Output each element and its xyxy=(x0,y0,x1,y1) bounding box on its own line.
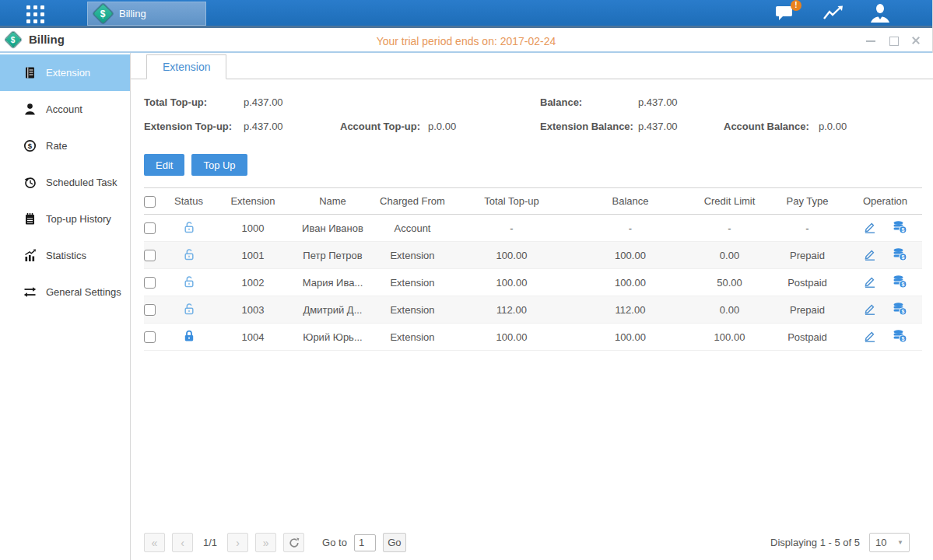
cell-operation: $ xyxy=(848,242,922,269)
cell-credit-limit: 0.00 xyxy=(693,242,766,269)
minimize-icon[interactable] xyxy=(865,35,876,46)
cell-operation: $ xyxy=(848,296,922,324)
sidebar-item-extension[interactable]: Extension xyxy=(0,54,130,91)
top-up-extension-icon[interactable]: $ xyxy=(893,247,907,264)
top-up-extension-icon[interactable]: $ xyxy=(893,329,907,345)
col-operation: Operation xyxy=(848,188,922,215)
pagination-bar: « ‹ 1/1 › » Go to Go Displaying 1 - 5 of… xyxy=(144,533,910,552)
first-page-button[interactable]: « xyxy=(144,533,165,552)
notifications-icon[interactable]: ! xyxy=(773,2,800,24)
sidebar-item-topup-history[interactable]: Top-up History xyxy=(0,201,130,237)
col-name: Name xyxy=(296,188,370,215)
edit-extension-icon[interactable] xyxy=(863,275,877,291)
top-up-extension-icon[interactable]: $ xyxy=(893,220,907,236)
close-icon[interactable] xyxy=(910,35,921,46)
last-page-button[interactable]: » xyxy=(255,533,276,552)
extension-balance-value: p.437.00 xyxy=(638,121,678,132)
select-all-checkbox[interactable] xyxy=(144,196,156,208)
cell-credit-limit: - xyxy=(693,215,766,242)
refresh-button[interactable] xyxy=(283,533,304,552)
cell-name: Дмитрий Д... xyxy=(296,296,370,324)
cell-operation: $ xyxy=(848,215,922,242)
sidebar-item-scheduled-task[interactable]: Scheduled Task xyxy=(0,164,130,201)
resource-monitor-icon[interactable] xyxy=(820,2,847,24)
sidebar-item-general-settings[interactable]: General Settings xyxy=(0,274,130,310)
cell-charged-from: Extension xyxy=(370,296,455,324)
goto-page-input[interactable] xyxy=(354,534,376,551)
pagination-controls: « ‹ 1/1 › » Go to Go xyxy=(144,533,406,552)
extension-balance-label: Extension Balance: xyxy=(540,121,633,132)
cell-pay-type: Prepaid xyxy=(766,296,848,324)
tab-extension[interactable]: Extension xyxy=(146,54,226,79)
sidebar-item-statistics[interactable]: Statistics xyxy=(0,237,130,274)
topbar: $ Billing ! xyxy=(0,0,932,28)
unlocked-icon xyxy=(182,275,196,289)
cell-extension: 1003 xyxy=(210,296,296,324)
cell-extension: 1001 xyxy=(210,242,296,269)
cell-operation: $ xyxy=(848,324,922,351)
app-launcher-icon[interactable] xyxy=(26,5,44,23)
go-button[interactable]: Go xyxy=(383,533,406,552)
user-account-icon[interactable] xyxy=(867,2,893,24)
row-checkbox[interactable] xyxy=(144,222,156,234)
dollar-circle-icon: $ xyxy=(23,139,37,152)
unlocked-icon xyxy=(182,247,196,261)
edit-extension-icon[interactable] xyxy=(863,302,877,318)
sidebar-item-account[interactable]: Account xyxy=(0,91,130,128)
table-header-row: Status Extension Name Charged From Total… xyxy=(144,188,922,215)
maximize-icon[interactable] xyxy=(888,35,899,46)
window-controls xyxy=(865,35,921,46)
row-checkbox[interactable] xyxy=(144,304,156,316)
row-checkbox[interactable] xyxy=(144,277,156,289)
page-indicator: 1/1 xyxy=(203,537,217,548)
col-extension: Extension xyxy=(210,188,296,215)
notification-badge: ! xyxy=(791,0,801,11)
total-topup-value: p.437.00 xyxy=(244,96,283,108)
taskbar-tab-billing[interactable]: $ Billing xyxy=(87,2,206,26)
account-topup-label: Account Top-up: xyxy=(340,121,420,132)
page-size-value: 10 xyxy=(875,537,886,548)
edit-extension-icon[interactable] xyxy=(863,247,877,264)
edit-extension-icon[interactable] xyxy=(863,329,877,345)
page-size-select[interactable]: 10 ▼ xyxy=(869,533,910,552)
account-balance-value: p.0.00 xyxy=(819,121,847,132)
table-row: 1002 Мария Ива... Extension 100.00 100.0… xyxy=(144,269,922,296)
cell-name: Юрий Юрь... xyxy=(296,324,370,351)
cell-total-topup: 112.00 xyxy=(455,296,568,324)
bar-chart-icon xyxy=(23,249,37,262)
clock-icon xyxy=(23,176,37,189)
status-lock-icon xyxy=(167,215,210,242)
taskbar-tab-label: Billing xyxy=(119,8,146,19)
top-up-button[interactable]: Top Up xyxy=(191,154,247,176)
person-icon xyxy=(23,103,37,116)
extension-table: Status Extension Name Charged From Total… xyxy=(144,187,922,351)
row-checkbox[interactable] xyxy=(144,250,156,261)
top-up-extension-icon[interactable]: $ xyxy=(893,275,907,291)
trial-period-message: Your trial period ends on: 2017-02-24 xyxy=(377,35,556,47)
main-content: Extension Total Top-up: p.437.00 Balance… xyxy=(131,53,933,560)
row-checkbox[interactable] xyxy=(144,331,156,343)
prev-page-button[interactable]: ‹ xyxy=(172,533,193,552)
col-balance: Balance xyxy=(568,188,693,215)
chevron-down-icon: ▼ xyxy=(897,539,903,546)
unlocked-icon xyxy=(182,220,196,234)
edit-extension-icon[interactable] xyxy=(863,220,877,236)
billing-window-icon: $ xyxy=(5,30,23,48)
unlocked-icon xyxy=(182,302,196,316)
goto-label: Go to xyxy=(322,537,347,548)
table-row: 1004 Юрий Юрь... Extension 100.00 100.00… xyxy=(144,324,922,351)
extension-topup-label: Extension Top-up: xyxy=(144,121,232,132)
sidebar-item-rate[interactable]: $ Rate xyxy=(0,128,130,164)
transfer-arrows-icon xyxy=(23,285,37,299)
top-up-extension-icon[interactable]: $ xyxy=(893,302,907,318)
edit-button[interactable]: Edit xyxy=(144,154,184,176)
next-page-button[interactable]: › xyxy=(227,533,248,552)
table-row: 1003 Дмитрий Д... Extension 112.00 112.0… xyxy=(144,296,922,324)
balance-label: Balance: xyxy=(540,96,582,108)
col-total-topup: Total Top-up xyxy=(455,188,568,215)
refresh-icon xyxy=(289,537,300,548)
sidebar: Extension Account $ Rate Scheduled Task xyxy=(0,53,131,560)
window-titlebar: $ Billing Your trial period ends on: 201… xyxy=(0,30,932,53)
table-row: 1000 Иван Иванов Account - - - - xyxy=(144,215,922,242)
extension-topup-value: p.437.00 xyxy=(244,121,283,132)
